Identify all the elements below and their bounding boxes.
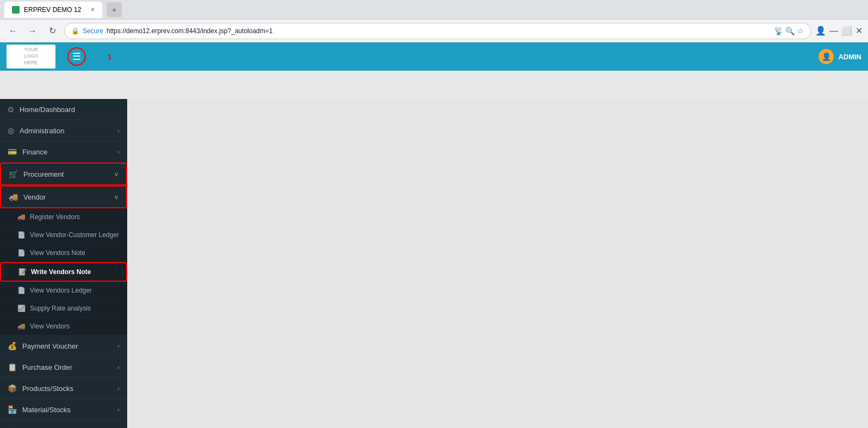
sidebar-item-procurement[interactable]: 🛒 Procurement ∨ [0, 163, 127, 185]
sidebar-item-label: Vendor [23, 193, 114, 201]
sidebar: ⊙ Home/Dashboard ◎ Administration ‹ 💳 Fi… [0, 99, 127, 428]
cast-icon: 📡 [774, 27, 783, 35]
vendor-submenu: 🚚 Register Vendors 📄 View Vendor-Custome… [0, 208, 127, 336]
vendor-icon: 🚚 [9, 193, 18, 201]
submenu-register-vendors[interactable]: 🚚 Register Vendors [0, 208, 127, 226]
submenu-label: Supply Rate analysis [30, 305, 91, 312]
window-close-icon: ✕ [855, 26, 863, 36]
submenu-label: Register Vendors [30, 213, 80, 221]
submenu-label: View Vendors Ledger [30, 287, 92, 294]
sidebar-item-services[interactable]: ⚙ Services ‹ [0, 420, 127, 428]
procurement-wrapper: 🛒 Procurement ∨ 2 [0, 163, 127, 185]
submenu-view-vendors[interactable]: 🚚 View Vendors [0, 318, 127, 336]
chevron-right-icon: ‹ [117, 364, 120, 370]
administration-icon: ◎ [8, 126, 14, 135]
zoom-icon: 🔍 [785, 27, 795, 35]
purchase-order-icon: 📋 [8, 363, 17, 371]
register-vendors-icon: 🚚 [17, 213, 26, 221]
products-stocks-icon: 📦 [8, 384, 17, 393]
address-bar-icons: 📡 🔍 ☆ [774, 27, 804, 35]
submenu-supply-rate-analysis[interactable]: 📈 Supply Rate analysis [0, 300, 127, 318]
view-vendors-icon: 🚚 [17, 322, 26, 330]
chevron-right-icon: ‹ [117, 385, 120, 392]
sidebar-item-label: Purchase Order [22, 363, 117, 371]
secure-icon: 🔒 [71, 27, 79, 35]
logo-text: YOUR LOGO HERE [24, 47, 38, 66]
user-name: ADMIN [838, 53, 861, 61]
browser-titlebar: ERPREV DEMO 12 × + [0, 0, 868, 20]
refresh-button[interactable]: ↻ [45, 23, 60, 39]
finance-icon: 💳 [8, 147, 17, 156]
chevron-down-icon: ∨ [114, 171, 118, 178]
sidebar-item-label: Products/Stocks [22, 384, 117, 393]
sidebar-item-purchase-order[interactable]: 📋 Purchase Order ‹ [0, 357, 127, 378]
procurement-icon: 🛒 [9, 170, 18, 178]
submenu-label: View Vendors [30, 322, 70, 330]
top-header: YOUR LOGO HERE ☰ 1 👤 ADMIN [0, 42, 868, 71]
submenu-label: View Vendors Note [30, 249, 85, 257]
bookmark-icon: ☆ [797, 27, 804, 35]
sidebar-item-vendor[interactable]: 🚚 Vendor ∨ [0, 185, 127, 208]
address-box[interactable]: 🔒 Secure https://demo12.erprev.com:8443/… [64, 23, 811, 39]
chevron-right-icon: ‹ [117, 406, 120, 413]
material-stocks-icon: 🏪 [8, 405, 17, 414]
submenu-write-vendors-note[interactable]: 📝 Write Vendors Note [0, 262, 127, 282]
new-tab-button[interactable]: + [107, 2, 122, 17]
tab-favicon [12, 6, 20, 14]
user-avatar: 👤 [819, 49, 834, 64]
browser-extension-icons: 👤 — ⬜ ✕ [815, 26, 863, 36]
chevron-right-icon: ‹ [117, 343, 120, 349]
sidebar-item-label: Finance [22, 148, 117, 156]
forward-button[interactable]: → [25, 23, 40, 39]
chevron-right-icon: ‹ [117, 127, 120, 134]
submenu-view-vendors-ledger[interactable]: 📄 View Vendors Ledger [0, 282, 127, 300]
sidebar-item-label: Procurement [23, 170, 114, 178]
write-note-icon: 📝 [18, 268, 27, 276]
main-content-area [127, 99, 868, 428]
sidebar-item-products-stocks[interactable]: 📦 Products/Stocks ‹ [0, 378, 127, 399]
profile-icon: 👤 [815, 26, 826, 36]
maximize-icon: ⬜ [841, 26, 852, 36]
header-right: 👤 ADMIN [819, 49, 861, 64]
view-ledger-icon: 📄 [17, 231, 26, 239]
submenu-view-vendors-note[interactable]: 📄 View Vendors Note [0, 244, 127, 262]
tab-close-button[interactable]: × [91, 6, 95, 14]
logo: YOUR LOGO HERE [7, 45, 55, 69]
annotation-1: 1 [108, 53, 111, 61]
hamburger-menu-button[interactable]: ☰ [67, 47, 86, 66]
sidebar-item-administration[interactable]: ◎ Administration ‹ [0, 120, 127, 141]
sidebar-item-label: Administration [20, 127, 117, 135]
chevron-down-icon: ∨ [114, 194, 118, 201]
vendor-wrapper: 🚚 Vendor ∨ 3 [0, 185, 127, 208]
submenu-view-vendor-customer-ledger[interactable]: 📄 View Vendor-Customer Ledger [0, 226, 127, 244]
url-display: https://demo12.erprev.com:8443/index.jsp… [107, 27, 771, 35]
view-note-icon: 📄 [17, 249, 26, 257]
home-icon: ⊙ [8, 105, 14, 114]
sidebar-item-label: Material/Stocks [22, 406, 117, 414]
tab-title: ERPREV DEMO 12 [24, 6, 81, 14]
browser-addressbar: ← → ↻ 🔒 Secure https://demo12.erprev.com… [0, 20, 868, 42]
browser-tab[interactable]: ERPREV DEMO 12 × [4, 2, 102, 18]
sidebar-item-home[interactable]: ⊙ Home/Dashboard [0, 99, 127, 120]
chevron-right-icon: ‹ [117, 148, 120, 155]
sidebar-item-label: Payment Voucher [22, 342, 117, 350]
secure-label: Secure [83, 27, 103, 35]
sidebar-item-label: Home/Dashboard [20, 106, 120, 114]
vendors-ledger-icon: 📄 [17, 287, 26, 294]
submenu-label: Write Vendors Note [31, 268, 91, 276]
minimize-icon: — [829, 26, 838, 36]
supply-rate-icon: 📈 [17, 305, 26, 312]
back-button[interactable]: ← [5, 23, 21, 39]
sidebar-item-material-stocks[interactable]: 🏪 Material/Stocks ‹ [0, 399, 127, 420]
submenu-label: View Vendor-Customer Ledger [30, 231, 119, 239]
write-vendors-note-wrapper: 📝 Write Vendors Note 4 [0, 262, 127, 282]
sidebar-item-payment-voucher[interactable]: 💰 Payment Voucher ‹ [0, 336, 127, 357]
sidebar-item-finance[interactable]: 💳 Finance ‹ [0, 141, 127, 163]
payment-voucher-icon: 💰 [8, 342, 17, 350]
